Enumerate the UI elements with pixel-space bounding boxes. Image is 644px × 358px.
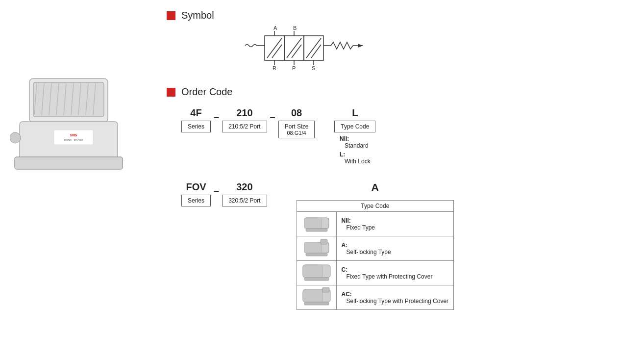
page: SNS MODEL: F2V5AB Symbol xyxy=(0,0,644,358)
svg-text:B: B xyxy=(293,26,297,31)
symbol-red-square xyxy=(167,11,175,20)
series-fov-block: FOV Series xyxy=(181,181,211,206)
svg-text:P: P xyxy=(292,65,296,70)
svg-rect-41 xyxy=(304,218,322,229)
type-c-icon xyxy=(302,263,331,281)
svg-rect-12 xyxy=(15,157,123,169)
port-320-block: 320 320:5/2 Port xyxy=(222,181,267,206)
port-320-value: 320 xyxy=(236,181,252,193)
order-code-title: Order Code xyxy=(181,86,233,98)
type-code-table: Type Code xyxy=(297,200,454,310)
type-a-block: A Type Code xyxy=(297,181,454,310)
dash-3: – xyxy=(211,183,222,198)
svg-rect-46 xyxy=(321,239,327,244)
right-content: Symbol xyxy=(167,10,634,310)
type-a-row: A: Self-locking Type xyxy=(297,236,454,261)
series-fov-label: Series xyxy=(188,197,204,204)
symbol-diagram-area: A B R P S xyxy=(181,26,634,72)
product-image: SNS MODEL: F2V5AB xyxy=(10,69,137,201)
type-a-desc: A: Self-locking Type xyxy=(336,236,454,261)
option-nil: Nil: Standard xyxy=(340,135,371,149)
series-4f-box: Series xyxy=(181,121,211,132)
port-210-value: 210 xyxy=(236,107,252,119)
svg-line-20 xyxy=(272,45,282,58)
type-nil-image-cell xyxy=(297,212,336,236)
svg-text:R: R xyxy=(272,65,276,70)
port-210-label: 210:5/2 Port xyxy=(228,123,260,130)
type-l-options: Nil: Standard L: With Lock xyxy=(340,135,371,167)
type-ac-desc: AC: Self-locking Type with Protecting Co… xyxy=(336,285,454,310)
type-nil-row: Nil: Fixed Type xyxy=(297,212,454,236)
symbol-diagram: A B R P S xyxy=(240,26,634,72)
port-210-block: 210 210:5/2 Port xyxy=(222,107,267,132)
svg-rect-49 xyxy=(304,278,329,281)
size-08-sub: 08:G1/4 xyxy=(285,130,309,136)
svg-rect-48 xyxy=(303,265,322,278)
type-c-desc: C: Fixed Type with Protecting Cover xyxy=(336,261,454,285)
series-4f-value: 4F xyxy=(190,107,201,119)
type-nil-desc: Nil: Fixed Type xyxy=(336,212,454,236)
series-4f-label: Series xyxy=(188,123,204,130)
svg-rect-45 xyxy=(306,253,327,256)
port-320-label: 320:5/2 Port xyxy=(228,197,260,204)
foot-valve-svg: SNS MODEL: F2V5AB xyxy=(10,69,127,191)
type-a-image-cell xyxy=(297,236,336,261)
port-320-box: 320:5/2 Port xyxy=(222,195,267,206)
svg-line-26 xyxy=(311,45,321,58)
type-ac-icon xyxy=(302,287,331,306)
type-a-value: A xyxy=(371,181,379,194)
type-nil-icon xyxy=(302,214,331,232)
svg-text:A: A xyxy=(273,26,277,31)
size-08-value: 08 xyxy=(291,107,302,119)
port-210-box: 210:5/2 Port xyxy=(222,121,267,132)
type-ac-image-cell xyxy=(297,285,336,310)
type-ac-row: AC: Self-locking Type with Protecting Co… xyxy=(297,285,454,310)
order-code-header: Order Code xyxy=(167,86,634,98)
symbol-section-header: Symbol xyxy=(167,10,634,21)
type-c-row: C: Fixed Type with Protecting Cover xyxy=(297,261,454,285)
size-08-label: Port Size xyxy=(285,123,309,130)
type-l-block: L Type Code Nil: Standard L: With Lock xyxy=(334,107,375,167)
svg-rect-44 xyxy=(304,242,322,253)
dash-1: – xyxy=(211,109,222,124)
option-l: L: With Lock xyxy=(340,151,371,165)
svg-rect-53 xyxy=(322,287,329,292)
order-code-red-square xyxy=(167,88,175,97)
svg-rect-52 xyxy=(304,302,329,305)
type-l-box: Type Code xyxy=(334,121,375,132)
size-08-block: 08 Port Size 08:G1/4 xyxy=(278,107,315,138)
svg-text:MODEL: F2V5AB: MODEL: F2V5AB xyxy=(64,139,83,142)
symbol-title: Symbol xyxy=(181,10,214,21)
svg-rect-42 xyxy=(306,229,327,231)
type-code-header: Type Code xyxy=(297,201,454,212)
type-l-value: L xyxy=(352,107,358,119)
series-fov-value: FOV xyxy=(186,181,206,193)
svg-rect-51 xyxy=(303,289,322,302)
type-l-label: Type Code xyxy=(341,123,369,130)
type-c-image-cell xyxy=(297,261,336,285)
code-row-1: 4F Series – 210 210:5/2 Port – 08 xyxy=(181,107,634,167)
svg-rect-14 xyxy=(54,130,93,145)
order-code-section: Order Code 4F Series – 210 210:5/2 Port xyxy=(167,86,634,310)
type-a-icon xyxy=(302,238,331,257)
dash-2: – xyxy=(267,109,278,124)
svg-line-23 xyxy=(292,45,301,58)
code-row-2: FOV Series – 320 320:5/2 Port xyxy=(181,181,634,310)
series-fov-box: Series xyxy=(181,195,211,206)
svg-rect-13 xyxy=(10,132,21,143)
size-08-box: Port Size 08:G1/4 xyxy=(278,121,315,138)
svg-text:SNS: SNS xyxy=(70,133,77,137)
series-4f-block: 4F Series xyxy=(181,107,211,132)
svg-text:S: S xyxy=(312,65,315,70)
symbol-svg: A B R P S xyxy=(240,26,368,70)
